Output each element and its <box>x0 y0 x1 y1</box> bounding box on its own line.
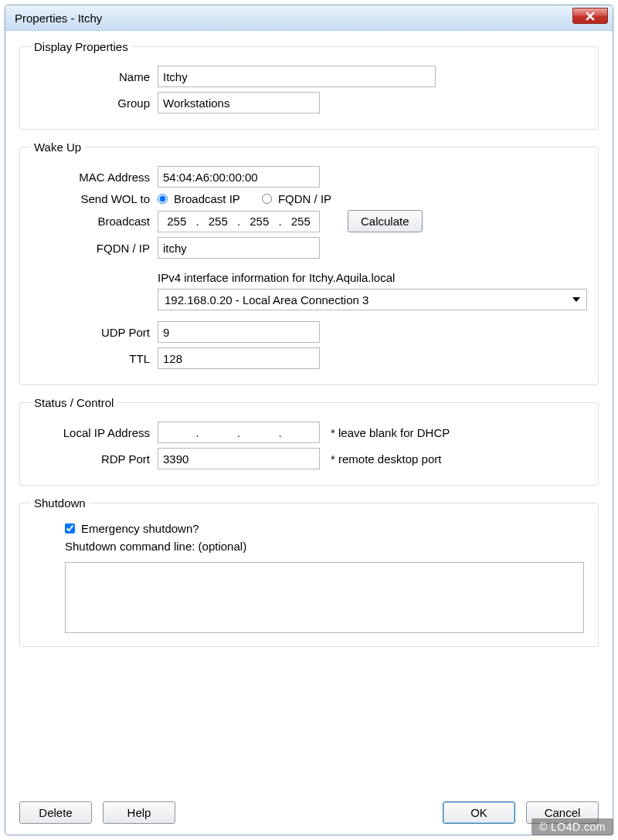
wake-up-group: Wake Up MAC Address Send WOL to Broadcas… <box>19 141 599 385</box>
window-title: Properties - Itchy <box>15 12 102 25</box>
fqdn-label: FQDN / IP <box>31 242 158 255</box>
mac-field[interactable] <box>158 166 320 188</box>
emergency-shutdown-label: Emergency shutdown? <box>81 522 199 535</box>
broadcast-octet-1[interactable]: 255 <box>202 215 233 228</box>
radio-broadcast[interactable]: Broadcast IP <box>158 192 240 205</box>
name-label: Name <box>31 70 158 83</box>
status-control-group: Status / Control Local IP Address . . . … <box>19 396 599 486</box>
rdp-note: * remote desktop port <box>331 452 441 466</box>
localip-note: * leave blank for DHCP <box>331 426 450 439</box>
name-field[interactable] <box>158 66 436 87</box>
ttl-field[interactable] <box>158 347 320 369</box>
calculate-button[interactable]: Calculate <box>348 210 423 232</box>
client-area: Display Properties Name Group Wake Up MA… <box>5 31 613 835</box>
status-control-legend: Status / Control <box>31 396 117 409</box>
dialog-footer: Delete Help OK Cancel <box>19 792 599 824</box>
radio-fqdn[interactable]: FQDN / IP <box>262 192 331 205</box>
broadcast-ip-field[interactable]: 255. 255. 255. 255 <box>158 211 320 232</box>
group-field[interactable] <box>158 92 320 113</box>
ok-button[interactable]: OK <box>443 801 515 824</box>
rdp-port-label: RDP Port <box>31 452 158 466</box>
watermark: © LO4D.com <box>531 818 613 835</box>
radio-fqdn-label: FQDN / IP <box>278 192 331 205</box>
chevron-down-icon <box>572 297 580 302</box>
udp-port-label: UDP Port <box>31 326 158 339</box>
close-button[interactable] <box>572 8 608 24</box>
shutdown-group: Shutdown Emergency shutdown? Shutdown co… <box>19 496 599 647</box>
radio-broadcast-label: Broadcast IP <box>174 192 240 205</box>
wol-radio-group: Broadcast IP FQDN / IP <box>158 192 331 205</box>
ipv4-info-label: IPv4 interface information for Itchy.Aqu… <box>158 271 395 284</box>
radio-broadcast-input[interactable] <box>158 194 168 204</box>
fqdn-field[interactable] <box>158 237 320 259</box>
broadcast-label: Broadcast <box>31 215 158 228</box>
ipv4-interface-combo[interactable]: 192.168.0.20 - Local Area Connection 3 <box>158 289 587 310</box>
emergency-shutdown-input[interactable] <box>65 523 75 533</box>
shutdown-cmd-field[interactable] <box>65 562 584 633</box>
ttl-label: TTL <box>31 352 158 365</box>
help-button[interactable]: Help <box>103 801 175 824</box>
localip-field[interactable]: . . . <box>158 422 320 443</box>
close-icon <box>586 12 595 21</box>
mac-label: MAC Address <box>31 171 158 184</box>
display-properties-group: Display Properties Name Group <box>19 40 599 130</box>
broadcast-octet-0[interactable]: 255 <box>161 215 192 228</box>
ipv4-interface-value: 192.168.0.20 - Local Area Connection 3 <box>165 293 368 307</box>
display-properties-legend: Display Properties <box>31 40 131 53</box>
rdp-port-field[interactable] <box>158 448 320 469</box>
broadcast-octet-3[interactable]: 255 <box>285 215 316 228</box>
send-wol-label: Send WOL to <box>31 192 158 205</box>
shutdown-legend: Shutdown <box>31 496 89 510</box>
localip-label: Local IP Address <box>31 426 158 439</box>
properties-dialog: Properties - Itchy Display Properties Na… <box>5 5 613 835</box>
titlebar[interactable]: Properties - Itchy <box>5 5 613 31</box>
broadcast-octet-2[interactable]: 255 <box>244 215 275 228</box>
group-label: Group <box>31 97 158 110</box>
udp-port-field[interactable] <box>158 321 320 343</box>
wake-up-legend: Wake Up <box>31 141 84 154</box>
delete-button[interactable]: Delete <box>19 801 92 824</box>
shutdown-cmd-label: Shutdown command line: (optional) <box>65 540 246 553</box>
emergency-shutdown-checkbox[interactable]: Emergency shutdown? <box>65 522 199 535</box>
radio-fqdn-input[interactable] <box>262 194 272 204</box>
